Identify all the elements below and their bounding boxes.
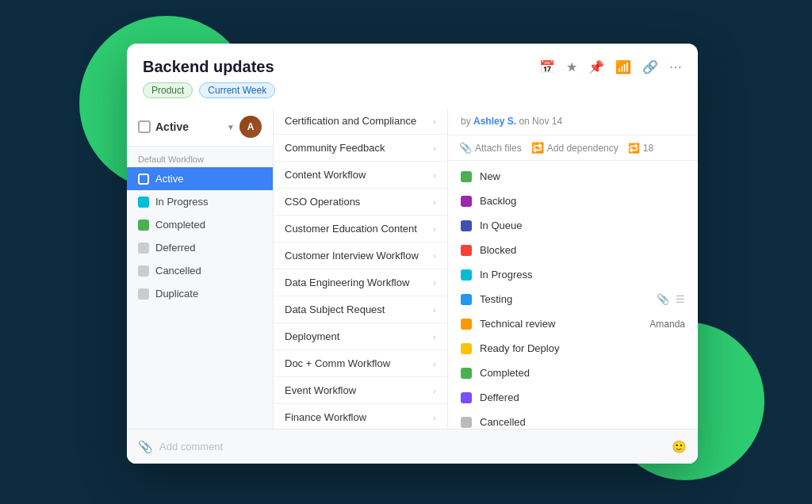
deffered-dot	[461, 392, 472, 403]
arrow-icon-2: ›	[433, 170, 436, 180]
arrow-icon-11: ›	[433, 413, 436, 422]
main-card: Backend updates 📅 ★ 📌 📶 🔗 ⋯ Product Curr…	[127, 44, 698, 464]
middle-item-finance[interactable]: Finance Workflow ›	[274, 404, 447, 431]
middle-item-customer-ed[interactable]: Customer Education Content ›	[274, 216, 447, 242]
arrow-icon-1: ›	[433, 143, 436, 153]
middle-item-cso[interactable]: CSO Operations ›	[274, 189, 447, 216]
middle-item-data-eng-label: Data Engineering Workflow	[285, 277, 409, 288]
middle-item-doc-comm[interactable]: Doc + Comm Workflow ›	[274, 350, 447, 377]
header-icons-group: 📅 ★ 📌 📶 🔗 ⋯	[539, 59, 682, 74]
status-readydeploy-label: Ready for Deploy	[480, 342, 559, 354]
menu-task-icon: ☰	[676, 293, 685, 305]
testing-dot	[461, 294, 472, 305]
arrow-icon-6: ›	[433, 278, 436, 288]
status-testing-label: Testing	[480, 293, 512, 305]
star-icon[interactable]: ★	[566, 59, 577, 74]
workflow-item-active[interactable]: Active	[127, 167, 273, 190]
more-icon[interactable]: ⋯	[669, 59, 682, 74]
tags-row: Product Current Week	[127, 82, 698, 108]
status-backlog-label: Backlog	[480, 195, 516, 207]
right-actions: 📎 Attach files 🔁 Add dependency 🔁 18	[448, 136, 698, 161]
status-item-testing[interactable]: Testing 📎 ☰	[448, 287, 698, 311]
status-item-blocked[interactable]: Blocked	[448, 238, 698, 262]
attach-task-icon: 📎	[657, 293, 669, 305]
workflow-item-deferred[interactable]: Deferred	[127, 236, 273, 259]
completed-status-dot	[461, 368, 472, 379]
pin-icon[interactable]: 📌	[588, 59, 604, 74]
status-deffered-label: Deffered	[480, 391, 519, 403]
status-cancelled-label: Cancelled	[480, 416, 526, 428]
active-status-label: Active	[155, 120, 222, 133]
middle-panel: Certification and Compliance › Community…	[274, 108, 448, 464]
middle-item-deployment[interactable]: Deployment ›	[274, 323, 447, 350]
assignee-label: Amanda	[649, 319, 685, 330]
inprogress-status-dot	[461, 269, 472, 281]
status-item-inqueue[interactable]: In Queue	[448, 213, 698, 238]
arrow-icon-7: ›	[433, 305, 436, 315]
workflow-item-inprogress[interactable]: In Progress	[127, 190, 273, 213]
paperclip-icon: 📎	[459, 142, 472, 154]
middle-item-community[interactable]: Community Feedback ›	[274, 135, 447, 162]
workflow-item-deferred-label: Deferred	[155, 242, 196, 254]
status-item-new[interactable]: New	[448, 164, 698, 189]
workflow-item-cancelled[interactable]: Cancelled	[127, 259, 273, 282]
workflow-item-active-label: Active	[155, 173, 183, 185]
author-link[interactable]: Ashley S.	[473, 116, 516, 127]
inqueue-dot	[461, 220, 472, 231]
workflow-item-completed[interactable]: Completed	[127, 213, 273, 236]
readydeploy-dot	[461, 343, 472, 354]
workflow-items: Active In Progress Completed Deferred Ca	[127, 167, 273, 305]
status-item-completed[interactable]: Completed	[448, 361, 698, 385]
dependency-label: Add dependency	[547, 143, 619, 154]
middle-item-event[interactable]: Event Workflow ›	[274, 377, 447, 404]
status-item-readydeploy[interactable]: Ready for Deploy	[448, 336, 698, 361]
card-header: Backend updates 📅 ★ 📌 📶 🔗 ⋯	[127, 44, 698, 82]
status-item-techreview[interactable]: Technical review Amanda	[448, 311, 698, 336]
tag-current-week[interactable]: Current Week	[199, 82, 275, 98]
workflow-item-cancelled-label: Cancelled	[155, 265, 201, 277]
rss-icon[interactable]: 📶	[615, 59, 631, 74]
middle-item-cso-label: CSO Operations	[285, 196, 360, 208]
middle-item-community-label: Community Feedback	[285, 142, 385, 154]
attach-files-button[interactable]: 📎 Attach files	[459, 142, 522, 154]
middle-item-data-subj[interactable]: Data Subject Request ›	[274, 296, 447, 323]
status-item-deffered[interactable]: Deffered	[448, 385, 698, 410]
sidebar: Active ▼ A Default Workflow Active In Pr…	[127, 108, 274, 464]
date-text: on Nov 14	[519, 116, 562, 127]
middle-item-content[interactable]: Content Workflow ›	[274, 162, 447, 189]
workflow-item-completed-label: Completed	[155, 219, 205, 231]
middle-item-data-eng[interactable]: Data Engineering Workflow ›	[274, 269, 447, 296]
middle-item-deployment-label: Deployment	[285, 330, 339, 342]
middle-item-doc-comm-label: Doc + Comm Workflow	[285, 357, 390, 369]
dependency-icon: 🔁	[531, 142, 544, 154]
middle-item-customer-int[interactable]: Customer Interview Workflow ›	[274, 242, 447, 269]
techreview-dot	[461, 319, 472, 330]
emoji-icon[interactable]: 🙂	[672, 440, 687, 454]
comment-placeholder[interactable]: Add comment	[159, 441, 223, 452]
inprogress-dot	[138, 197, 149, 208]
middle-item-certification[interactable]: Certification and Compliance ›	[274, 108, 447, 135]
add-dependency-button[interactable]: 🔁 Add dependency	[531, 142, 619, 154]
dropdown-arrow-icon: ▼	[227, 123, 235, 132]
status-item-backlog[interactable]: Backlog	[448, 189, 698, 213]
arrow-icon-9: ›	[433, 359, 436, 368]
arrow-icon-3: ›	[433, 197, 436, 207]
calendar-icon[interactable]: 📅	[539, 59, 555, 74]
status-selector[interactable]: Active ▼ A	[127, 108, 273, 147]
status-item-inprogress[interactable]: In Progress	[448, 262, 698, 287]
completed-dot	[138, 220, 149, 231]
duplicate-dot	[138, 288, 149, 300]
arrow-icon-10: ›	[433, 386, 436, 395]
paperclip-icon[interactable]: 📎	[138, 440, 153, 454]
status-inprogress-label: In Progress	[480, 269, 532, 281]
status-checkbox	[138, 120, 151, 133]
workflow-item-duplicate[interactable]: Duplicate	[127, 282, 273, 305]
attach-label: Attach files	[475, 143, 522, 154]
tag-product[interactable]: Product	[143, 82, 193, 98]
backlog-dot	[461, 196, 472, 207]
arrow-icon-4: ›	[433, 224, 436, 234]
workflow-item-inprogress-label: In Progress	[155, 196, 208, 208]
avatar: A	[239, 116, 262, 138]
link-icon[interactable]: 🔗	[642, 59, 658, 74]
arrow-icon-5: ›	[433, 251, 436, 261]
